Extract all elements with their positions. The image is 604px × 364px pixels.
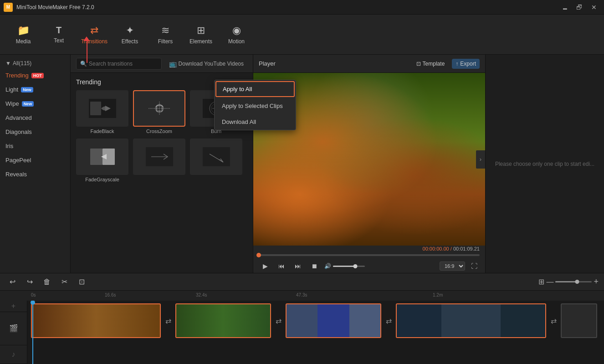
toolbar-text[interactable]: T Text [43,18,75,51]
current-time: 00:00:00.00 [423,246,449,251]
crosszoom-label: CrossZoom [146,128,172,134]
sidebar-item-iris[interactable]: Iris [0,139,70,153]
transition-item6[interactable] [190,138,242,182]
progress-handle[interactable] [256,253,261,257]
transition-3[interactable]: ⇄ [381,303,396,338]
time-display: 00:00:00.00 / 00:01:09.21 [423,246,480,251]
sidebar-item-diagonals[interactable]: Diagonals [0,125,70,139]
download-icon: 📺 [169,60,177,67]
zoom-minus[interactable]: — [546,278,553,286]
right-panel: Please choose only one clip to start edi… [485,55,604,273]
search-box[interactable]: 🔍 [76,58,162,70]
video-clip-2[interactable]: 🔊 [175,303,271,338]
toolbar-effects[interactable]: ✦ Effects [114,18,146,51]
sidebar-item-pagepeel[interactable]: PagePeel [0,153,70,167]
sidebar-all-header[interactable]: ▼ All(115) [0,58,70,68]
context-apply-all[interactable]: Apply to All [215,81,253,97]
aspect-ratio-select[interactable]: 16:9 9:16 4:3 1:1 [440,261,465,271]
sidebar-item-wipe[interactable]: Wipe New [0,97,70,111]
toolbar-media-label: Media [16,38,31,45]
toolbar-elements[interactable]: ⊞ Elements [185,18,217,51]
transitions-panel: 🔍 📺 Download YouTube Videos Trending [71,55,253,273]
minimize-button[interactable]: 🗕 [558,1,571,14]
player-title: Player [259,60,413,67]
download-label: Download YouTube Videos [179,61,244,67]
pagepeel-label: PagePeel [5,157,31,164]
cut-button[interactable]: ✂ [57,275,71,289]
panel-expand-button[interactable]: › [476,150,485,169]
clip3-thumbnail [287,304,380,337]
volume-handle[interactable] [353,264,358,268]
timeline-playhead[interactable] [32,301,33,364]
transition-crosszoom[interactable]: CrossZoom [133,90,185,134]
sidebar-item-light[interactable]: Light New [0,82,70,97]
search-input[interactable] [89,61,158,67]
fullscreen-button[interactable]: ⛶ [469,261,480,272]
svg-rect-11 [90,149,102,165]
svg-rect-14 [203,147,230,166]
main-area: ▼ All(115) Trending HOT Light New Wipe N… [0,55,604,273]
transition-4[interactable]: ⇄ [546,303,561,338]
clip1-thumbnail [32,304,160,337]
main-toolbar: 📁 Media T Text ⇄ Transitions ✦ Effects ≋… [0,15,604,55]
toolbar-motion[interactable]: ◉ Motion [220,18,252,51]
sidebar-item-advanced[interactable]: Advanced [0,111,70,125]
download-youtube-button[interactable]: 📺 Download YouTube Videos [165,58,247,69]
text-icon: T [56,25,61,36]
redo-button[interactable]: ↪ [23,275,36,289]
item6-thumb [190,138,242,175]
ruler-32s: 32.4s [196,292,207,297]
volume-bar[interactable] [333,266,365,267]
sidebar-item-reveals[interactable]: Reveals [0,167,70,181]
toolbar-filters[interactable]: ≋ Filters [149,18,181,51]
toolbar-media[interactable]: 📁 Media [7,18,39,51]
video-clip-1[interactable]: 🔊 [31,303,161,338]
video-clip-4[interactable]: 🔊 [396,303,546,338]
template-button[interactable]: ⊡ Template [413,59,449,69]
fit-icon[interactable]: ⊞ [538,277,544,286]
context-download-all[interactable]: Download All [215,114,253,130]
prev-frame-button[interactable]: ⏮ [275,260,288,272]
context-apply-selected[interactable]: Apply to Selected Clips [215,98,253,114]
video-clip-3[interactable]: 🔊 [286,303,381,338]
restore-button[interactable]: 🗗 [573,1,586,14]
light-label: Light [5,86,18,93]
zoom-plus[interactable]: + [594,277,599,287]
zoom-slider[interactable] [555,281,592,282]
delete-button[interactable]: 🗑 [40,275,54,289]
zoom-handle[interactable] [575,280,579,284]
transitions-icon: ⇄ [90,25,98,36]
export-icon: ↑ [456,61,458,67]
close-button[interactable]: ✕ [588,1,600,14]
add-track-button[interactable]: + [0,301,27,312]
crop-button[interactable]: ⊡ [75,275,88,289]
volume-icon[interactable]: 🔊 [324,263,331,269]
diagonals-label: Diagonals [5,128,32,135]
transition-1[interactable]: ⇄ [161,303,175,338]
stop-button[interactable]: ⏹ [308,260,321,272]
player-controls: 00:00:00.00 / 00:01:09.21 ▶ ⏮ ⏭ ⏹ 🔊 [253,246,485,273]
crosszoom-preview [146,97,173,120]
transition-2[interactable]: ⇄ [271,303,286,338]
titlebar: M MiniTool MovieMaker Free 7.2.0 🗕 🗗 ✕ [0,0,604,15]
play-button[interactable]: ▶ [259,260,271,272]
track-labels: + 🎬 ♪ [0,301,27,364]
ruler-0s: 0s [31,292,36,297]
transition-fadeblack[interactable]: FadeBlack [76,90,128,134]
undo-button[interactable]: ↩ [5,275,19,289]
export-button[interactable]: ↑ Export [452,59,480,69]
all-count-label: All(115) [13,60,31,67]
sidebar-item-trending[interactable]: Trending HOT [0,68,70,82]
trending-label: Trending [5,72,29,79]
timeline-toolbar: ↩ ↪ 🗑 ✂ ⊡ ⊞ — + [0,273,604,291]
progress-bar[interactable] [259,254,480,256]
next-frame-button[interactable]: ⏭ [292,260,304,272]
video-clip-5[interactable] [561,303,597,338]
transition-fadegrayscale[interactable]: FadeGrayscale [76,138,128,182]
transition-item5[interactable] [133,138,185,182]
zoom-controls: ⊞ — + [538,277,599,287]
toolbar-transitions[interactable]: ⇄ Transitions [78,18,110,51]
template-label: Template [423,61,445,67]
fadegrayscale-thumb [76,138,128,175]
wipe-badge: New [22,101,34,107]
